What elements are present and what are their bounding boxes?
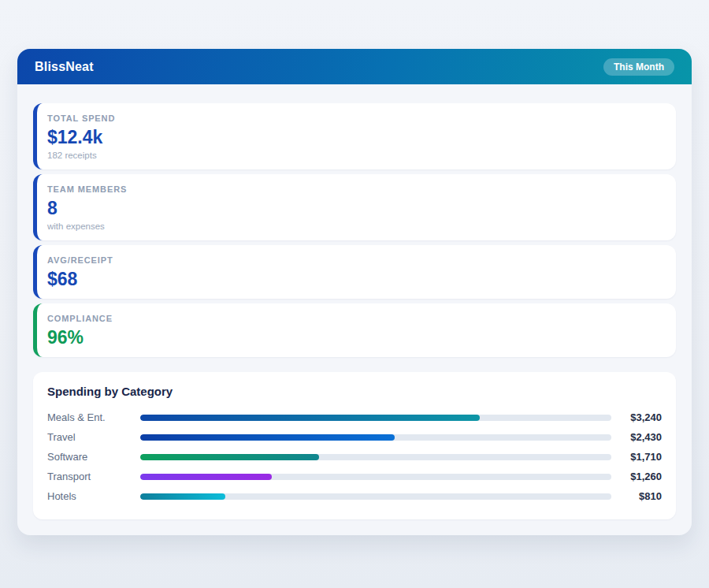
stat-label: TOTAL SPEND xyxy=(47,114,663,123)
chart-row: Transport$1,260 xyxy=(47,467,662,486)
category-label: Transport xyxy=(47,471,140,482)
stat-label: COMPLIANCE xyxy=(47,314,663,323)
chart-title: Spending by Category xyxy=(47,385,662,398)
bar-track xyxy=(140,434,611,441)
app-header: BlissNeat This Month xyxy=(17,49,692,84)
category-value: $3,240 xyxy=(618,411,662,423)
chart-row: Travel$2,430 xyxy=(47,427,662,447)
stat-card-compliance: COMPLIANCE 96% xyxy=(33,303,676,357)
category-value: $1,710 xyxy=(618,451,662,463)
app-title: BlissNeat xyxy=(35,60,94,74)
stat-subtext: with expenses xyxy=(47,221,663,231)
chart-row: Meals & Ent.$3,240 xyxy=(47,408,662,427)
bar-track xyxy=(140,454,611,460)
dashboard-content: TOTAL SPEND $12.4k 182 receipts TEAM MEM… xyxy=(17,84,692,535)
stat-card-team-members: TEAM MEMBERS 8 with expenses xyxy=(33,174,676,240)
bar-track xyxy=(140,493,611,500)
spending-by-category-chart: Spending by Category Meals & Ent.$3,240T… xyxy=(33,372,676,519)
bar-fill xyxy=(140,454,319,460)
dashboard-panel: BlissNeat This Month TOTAL SPEND $12.4k … xyxy=(17,49,692,535)
category-value: $2,430 xyxy=(618,431,662,443)
category-value: $810 xyxy=(618,490,662,502)
category-label: Software xyxy=(47,451,140,463)
stat-value: $12.4k xyxy=(47,127,663,147)
bar-fill xyxy=(140,415,480,421)
bar-track xyxy=(140,474,611,480)
category-value: $1,260 xyxy=(618,471,662,482)
bar-fill xyxy=(140,474,272,480)
chart-row: Software$1,710 xyxy=(47,447,662,467)
stat-card-avg-receipt: AVG/RECEIPT $68 xyxy=(33,245,676,299)
bar-fill xyxy=(140,434,395,441)
category-label: Hotels xyxy=(47,490,140,502)
category-label: Meals & Ent. xyxy=(47,411,140,423)
stat-card-total-spend: TOTAL SPEND $12.4k 182 receipts xyxy=(33,103,676,169)
stat-value: 8 xyxy=(47,198,663,218)
bar-fill xyxy=(140,493,225,500)
stat-label: TEAM MEMBERS xyxy=(47,184,663,194)
bar-track xyxy=(140,415,611,421)
stat-value: $68 xyxy=(47,269,663,289)
chart-rows: Meals & Ent.$3,240Travel$2,430Software$1… xyxy=(47,408,662,506)
stat-label: AVG/RECEIPT xyxy=(47,255,663,265)
stat-value: 96% xyxy=(47,327,663,348)
stat-subtext: 182 receipts xyxy=(47,151,663,160)
chart-row: Hotels$810 xyxy=(47,486,662,506)
category-label: Travel xyxy=(47,431,140,443)
period-badge[interactable]: This Month xyxy=(603,58,674,76)
